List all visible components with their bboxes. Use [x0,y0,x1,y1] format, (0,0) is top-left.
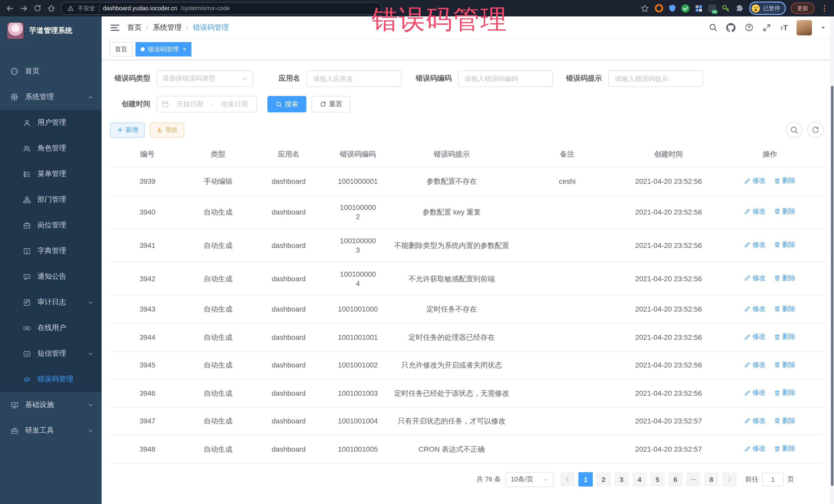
filter-row-2: 创建时间 开始日期 - 结束日期 搜索 重置 [110,96,824,112]
sidebar-logo-row[interactable]: 芋道管理系统 [0,17,102,45]
extensions-puzzle-icon[interactable] [735,4,744,13]
browser-reload-icon[interactable] [33,4,42,13]
sidebar-item-infrastructure[interactable]: 基础设施 [0,392,102,418]
more-pages-button[interactable] [686,472,701,486]
green-check-extension-icon[interactable] [681,4,690,13]
edit-link[interactable]: 修改 [744,358,766,371]
fullscreen-icon[interactable] [762,23,772,32]
browser-update-button[interactable]: 更新 [791,3,814,14]
key-extension-icon[interactable] [721,4,730,13]
browser-forward-icon[interactable] [19,4,28,13]
sidebar-item-audit-log[interactable]: 审计日志 [0,289,102,315]
goto-page-input[interactable] [762,473,784,486]
browser-home-icon[interactable] [47,4,56,13]
sidebar-item-dev-tools[interactable]: 研发工具 [0,418,102,443]
sidebar-item-post-mgmt[interactable]: 岗位管理 [0,213,102,238]
breadcrumb-item[interactable]: 首页 [127,23,142,32]
error-msg-input[interactable] [608,70,703,87]
delete-link[interactable]: 删除 [774,272,795,284]
page-scrollbar[interactable] [830,17,834,504]
page-button-4[interactable]: 4 [632,472,647,486]
gear-icon [10,93,19,101]
page-button-5[interactable]: 5 [650,472,665,486]
security-label: 不安全 [78,4,95,12]
edit-link[interactable]: 修改 [744,272,766,284]
trash-icon [774,177,781,184]
breadcrumb-item[interactable]: 错误码管理 [193,23,229,32]
sidebar-item-dept-mgmt[interactable]: 部门管理 [0,187,102,213]
toggle-search-button[interactable] [786,122,802,138]
delete-link[interactable]: 删除 [774,330,795,343]
dark-on-extension-icon[interactable]: on [708,4,717,13]
grid-extension-icon[interactable] [695,4,703,13]
security-warning-icon [67,5,74,12]
filter-row-1: 错误码类型 请选择错误码类型 应用名 错误码编码 [110,70,824,87]
delete-link[interactable]: 删除 [774,387,795,399]
reset-button[interactable]: 重置 [311,96,351,112]
page-button-3[interactable]: 3 [614,472,629,486]
edit-link[interactable]: 修改 [744,239,766,251]
refresh-icon [320,101,326,108]
browser-address-bar[interactable]: 不安全 dashboard.yudao.iocoder.cn/system/er… [61,2,382,15]
add-button[interactable]: 新增 [110,123,145,137]
page-size-select[interactable]: 10条/页 [506,472,554,487]
scrollbar-thumb[interactable] [831,86,833,486]
edit-link[interactable]: 修改 [744,205,766,218]
next-page-button[interactable] [722,472,737,486]
bookmark-star-icon[interactable] [640,4,649,13]
error-code-input[interactable] [458,70,553,87]
edit-link[interactable]: 修改 [744,387,766,399]
prev-page-button[interactable] [561,472,575,486]
refresh-table-button[interactable] [807,122,824,138]
user-avatar[interactable] [796,20,812,35]
search-button[interactable]: 搜索 [267,96,306,112]
orange-extension-icon[interactable] [654,4,663,13]
delete-link[interactable]: 删除 [774,358,795,371]
sidebar-item-online-user[interactable]: 在线用户 [0,315,102,341]
sidebar-item-system-mgmt[interactable]: 系统管理 [0,84,102,110]
page-button-2[interactable]: 2 [596,472,611,486]
close-tab-icon[interactable]: × [183,46,186,52]
sidebar-item-home[interactable]: 首页 [0,59,102,84]
delete-link[interactable]: 删除 [774,414,795,427]
sidebar-item-role-mgmt[interactable]: 角色管理 [0,135,102,161]
github-icon[interactable] [726,23,736,32]
date-range-picker[interactable]: 开始日期 - 结束日期 [156,96,257,112]
browser-menu-icon[interactable] [820,4,829,13]
total-count: 共 76 条 [477,475,501,484]
tab-首页[interactable]: 首页 [110,42,132,57]
error-msg-label: 错误码提示 [566,74,602,83]
error-type-select[interactable]: 请选择错误码类型 [156,70,253,87]
delete-link[interactable]: 删除 [774,303,795,315]
sidebar-item-dict-mgmt[interactable]: 字典管理 [0,238,102,264]
browser-back-icon[interactable] [5,4,14,13]
page-button-1[interactable]: 1 [578,472,593,486]
page-button-8[interactable]: 8 [704,472,719,486]
delete-link[interactable]: 删除 [774,442,795,455]
edit-link[interactable]: 修改 [744,414,766,427]
font-size-icon[interactable]: TT [781,24,788,31]
tab-错误码管理[interactable]: 错误码管理× [135,42,192,57]
help-icon[interactable] [744,23,754,32]
app-name-input[interactable] [306,70,401,87]
shield-extension-icon[interactable] [668,4,676,13]
browser-profile-badge[interactable]: 已暂停 [749,2,786,15]
delete-link[interactable]: 删除 [774,205,795,218]
edit-link[interactable]: 修改 [744,442,766,455]
page-button-6[interactable]: 6 [668,472,683,486]
sidebar-item-notice[interactable]: 通知公告 [0,264,102,289]
edit-link[interactable]: 修改 [744,175,766,187]
delete-link[interactable]: 删除 [774,175,795,187]
avatar-caret-down-icon[interactable] [821,25,826,30]
export-button[interactable]: 导出 [150,123,184,137]
sidebar-item-error-code-mgmt[interactable]: 错误码管理 [0,367,102,392]
edit-link[interactable]: 修改 [744,330,766,343]
sidebar-item-sms-mgmt[interactable]: 短信管理 [0,341,102,367]
breadcrumb-item[interactable]: 系统管理 [153,23,182,32]
header-search-icon[interactable] [708,23,718,32]
delete-link[interactable]: 删除 [774,239,795,251]
hamburger-icon[interactable] [110,22,120,32]
sidebar-item-user-mgmt[interactable]: 用户管理 [0,110,102,135]
edit-link[interactable]: 修改 [744,303,766,315]
sidebar-item-menu-mgmt[interactable]: 菜单管理 [0,161,102,187]
